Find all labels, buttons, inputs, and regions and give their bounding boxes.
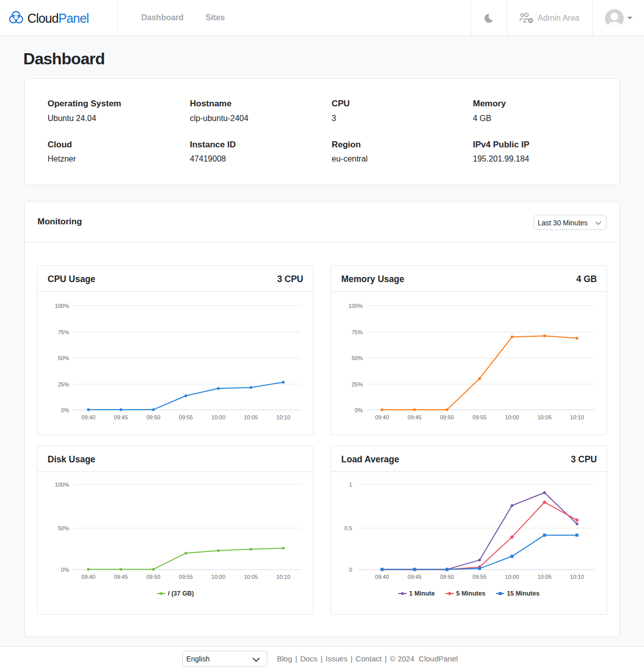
- svg-text:0%: 0%: [61, 407, 69, 413]
- svg-text:0%: 0%: [61, 567, 69, 573]
- svg-text:5 Minutes: 5 Minutes: [456, 590, 486, 597]
- svg-text:09:45: 09:45: [408, 414, 422, 420]
- svg-text:09:45: 09:45: [408, 574, 422, 580]
- svg-text:/ (37 GB): / (37 GB): [168, 590, 194, 597]
- svg-text:75%: 75%: [351, 329, 363, 335]
- svg-text:10:10: 10:10: [570, 574, 584, 580]
- svg-text:10:10: 10:10: [570, 414, 584, 420]
- svg-text:10:05: 10:05: [244, 574, 258, 580]
- svg-text:0: 0: [349, 567, 352, 573]
- svg-text:09:40: 09:40: [375, 414, 389, 420]
- svg-text:09:55: 09:55: [472, 574, 487, 580]
- svg-text:10:00: 10:00: [212, 574, 226, 580]
- svg-text:1: 1: [349, 482, 352, 488]
- svg-text:09:55: 09:55: [179, 414, 193, 420]
- svg-text:25%: 25%: [58, 381, 69, 387]
- svg-text:09:50: 09:50: [440, 574, 454, 580]
- svg-text:10:00: 10:00: [505, 414, 519, 420]
- svg-text:50%: 50%: [351, 355, 363, 361]
- svg-text:10:00: 10:00: [212, 414, 226, 420]
- svg-text:10:05: 10:05: [538, 574, 552, 580]
- svg-text:50%: 50%: [58, 525, 69, 531]
- svg-text:10:05: 10:05: [538, 414, 552, 420]
- svg-text:25%: 25%: [351, 381, 363, 387]
- svg-text:10:10: 10:10: [276, 574, 291, 580]
- svg-text:1 Minute: 1 Minute: [409, 590, 435, 597]
- svg-text:09:50: 09:50: [440, 414, 454, 420]
- svg-text:10:00: 10:00: [505, 574, 519, 580]
- svg-text:09:40: 09:40: [82, 574, 96, 580]
- svg-text:75%: 75%: [58, 329, 69, 335]
- svg-text:0%: 0%: [355, 407, 363, 413]
- svg-text:09:45: 09:45: [114, 574, 128, 580]
- svg-text:09:50: 09:50: [146, 414, 160, 420]
- svg-text:09:45: 09:45: [114, 414, 128, 420]
- svg-text:09:40: 09:40: [375, 574, 389, 580]
- svg-text:15 Minutes: 15 Minutes: [507, 590, 540, 597]
- svg-text:09:40: 09:40: [82, 414, 96, 420]
- svg-text:100%: 100%: [55, 482, 69, 488]
- svg-text:0.5: 0.5: [344, 525, 352, 531]
- svg-text:09:50: 09:50: [146, 574, 160, 580]
- svg-text:09:55: 09:55: [472, 414, 487, 420]
- svg-text:50%: 50%: [58, 355, 69, 361]
- svg-text:09:55: 09:55: [179, 574, 193, 580]
- svg-text:10:10: 10:10: [276, 414, 291, 420]
- svg-text:100%: 100%: [55, 303, 69, 309]
- svg-text:10:05: 10:05: [244, 414, 258, 420]
- svg-text:100%: 100%: [348, 303, 363, 309]
